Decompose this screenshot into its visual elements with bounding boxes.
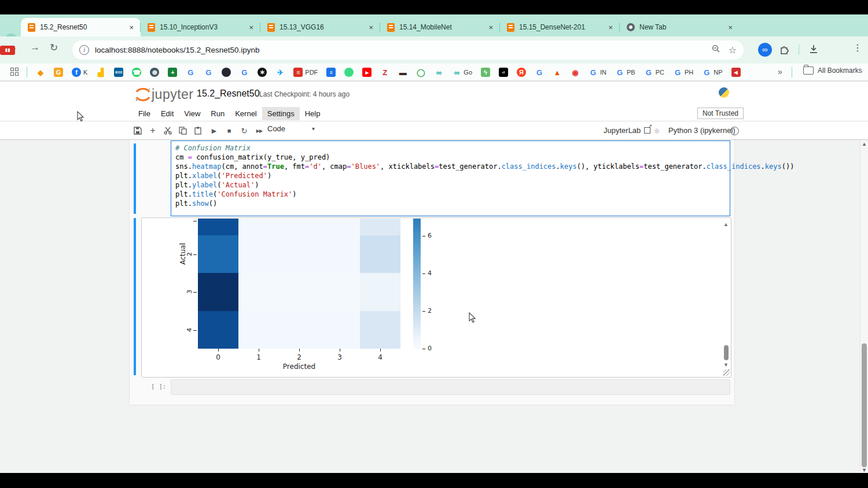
bookmark-item[interactable]: G xyxy=(204,68,213,77)
zoom-page-icon[interactable] xyxy=(712,45,720,56)
bookmark-item[interactable]: GNP xyxy=(702,68,722,77)
extensions-puzzle-icon[interactable] xyxy=(779,43,790,57)
save-button[interactable] xyxy=(132,125,144,136)
tab-close-icon[interactable]: × xyxy=(726,23,735,32)
tab-close-icon[interactable]: × xyxy=(127,23,136,32)
menu-help[interactable]: Help xyxy=(300,107,326,120)
interrupt-kernel-button[interactable]: ■ xyxy=(223,125,235,136)
paste-cells-button[interactable] xyxy=(192,125,204,136)
cell-collapser-output[interactable] xyxy=(134,218,136,375)
bookmark-item[interactable]: Я xyxy=(517,68,526,77)
bookmark-item[interactable] xyxy=(222,68,231,77)
bookmark-item[interactable]: GIN xyxy=(589,68,606,77)
downloads-icon[interactable] xyxy=(808,43,819,57)
bookmark-item[interactable]: ≡PDF xyxy=(293,68,318,77)
tab-close-icon[interactable]: × xyxy=(247,23,256,32)
menu-file[interactable]: File xyxy=(133,107,156,120)
bookmark-item[interactable]: G xyxy=(240,68,249,77)
bookmark-item[interactable]: ▟ xyxy=(96,68,105,77)
browser-tab[interactable]: 15.14_MobileNet× xyxy=(380,18,500,36)
bookmark-item[interactable]: ✶ xyxy=(258,68,267,77)
all-bookmarks-button[interactable]: All Bookmarks xyxy=(803,66,862,75)
empty-code-cell[interactable] xyxy=(171,379,730,395)
bookmark-item[interactable] xyxy=(344,68,354,77)
tab-close-icon[interactable]: × xyxy=(366,23,376,32)
browser-tab[interactable]: 15.2_Resnet50× xyxy=(21,18,141,36)
restart-kernel-button[interactable]: ↻ xyxy=(238,125,250,136)
bookmark-item[interactable]: ✈ xyxy=(275,68,285,77)
code-cell[interactable]: # Confusion Matrixcm = confusion_matrix(… xyxy=(171,141,730,216)
extension-blue-icon[interactable]: ∞ xyxy=(758,43,772,57)
not-trusted-button[interactable]: Not Trusted xyxy=(697,108,744,119)
bookmark-item[interactable]: IEEE xyxy=(114,68,123,77)
cell-collapser-input[interactable] xyxy=(134,143,136,214)
bookmark-item[interactable]: [] xyxy=(326,68,336,77)
bookmark-item[interactable]: ▬ xyxy=(398,68,407,77)
kebab-menu-icon[interactable]: ⋮ xyxy=(853,42,862,53)
bookmark-item[interactable]: GPB xyxy=(615,68,635,77)
run-cell-button[interactable]: ▶ xyxy=(208,125,220,136)
browser-tab[interactable]: 15.15_DenseNet-201× xyxy=(500,18,620,36)
address-bar[interactable]: i localhost:8888/notebooks/15.2_Resnet50… xyxy=(72,40,744,60)
menu-settings[interactable]: Settings xyxy=(262,107,300,120)
site-info-icon[interactable]: i xyxy=(79,45,89,55)
bookmark-item[interactable]: ☎ xyxy=(132,68,141,77)
bookmark-item[interactable]: ∞Go xyxy=(452,68,472,77)
output-scroll-up-icon[interactable]: ▲ xyxy=(723,221,729,227)
debugger-icon[interactable]: ✻ xyxy=(654,127,660,135)
bookmark-item[interactable]: fK xyxy=(72,68,87,77)
tab-close-icon[interactable]: × xyxy=(486,23,495,32)
copy-cells-button[interactable] xyxy=(177,125,189,136)
bookmark-item[interactable]: ◆ xyxy=(36,68,45,77)
bookmark-item[interactable]: Z xyxy=(380,68,389,77)
bookmark-item[interactable]: cl xyxy=(499,68,508,77)
scroll-down-icon[interactable]: ▼ xyxy=(862,467,867,473)
restart-run-all-button[interactable]: ▶▶ xyxy=(253,125,265,136)
bookmark-item[interactable]: GPC xyxy=(644,68,664,77)
menu-view[interactable]: View xyxy=(179,107,205,120)
bookmark-item[interactable]: G xyxy=(186,68,195,77)
output-resize-handle[interactable] xyxy=(723,369,730,376)
bookmarks-bar: ◆GfK▟IEEE☎⊕+GGG✶✈≡PDF[]▸Z▬◯∞∞GoϟclЯG▲◉GI… xyxy=(0,64,868,81)
forward-icon[interactable]: → xyxy=(30,42,40,53)
bookmark-item[interactable]: G xyxy=(54,68,63,77)
bookmark-star-icon[interactable]: ☆ xyxy=(729,45,737,56)
jupyterlab-link[interactable]: JupyterLab xyxy=(604,126,650,135)
extension-red-icon[interactable]: ▮▮ xyxy=(0,46,15,55)
x-tick-label: 3 xyxy=(334,353,345,361)
bookmarks-overflow-icon[interactable]: » xyxy=(778,67,782,76)
bookmark-item[interactable]: ▸ xyxy=(362,68,372,77)
bookmark-item[interactable]: ϟ xyxy=(481,68,490,77)
bookmark-item[interactable]: ◉ xyxy=(571,68,580,77)
scroll-up-icon[interactable]: ▲ xyxy=(862,141,867,147)
page-scrollbar-thumb[interactable] xyxy=(862,343,867,467)
bookmark-item[interactable]: GPH xyxy=(673,68,693,77)
menu-kernel[interactable]: Kernel xyxy=(230,107,262,120)
bookmark-item[interactable]: G xyxy=(535,68,544,77)
bookmark-item[interactable]: ∞ xyxy=(434,68,443,77)
jupyter-logo[interactable]: jupyter xyxy=(134,87,194,102)
notebook-title[interactable]: 15.2_Resnet50 xyxy=(197,88,260,99)
cell-type-dropdown[interactable]: Code ▾ xyxy=(267,124,315,133)
kernel-name[interactable]: Python 3 (ipykernel) xyxy=(668,126,735,135)
cut-cells-button[interactable] xyxy=(162,125,174,136)
output-scrollbar-thumb[interactable] xyxy=(724,345,729,360)
menu-run[interactable]: Run xyxy=(205,107,230,120)
apps-grid-icon[interactable] xyxy=(10,68,19,76)
url-text[interactable]: localhost:8888/notebooks/15.2_Resnet50.i… xyxy=(95,46,704,54)
bookmark-item[interactable]: + xyxy=(168,68,177,77)
bookmark-item[interactable]: ◄ xyxy=(731,68,741,77)
page-scrollbar[interactable]: ▲ ▼ xyxy=(860,140,868,474)
reload-icon[interactable]: ↻ xyxy=(50,42,58,54)
browser-tab[interactable]: New Tab× xyxy=(620,18,740,36)
browser-tab[interactable]: 15.13_VGG16× xyxy=(260,18,380,36)
bookmark-item[interactable]: ▲ xyxy=(553,68,562,77)
bookmark-item[interactable]: ◯ xyxy=(416,68,425,77)
bookmark-item[interactable]: ⊕ xyxy=(150,68,159,77)
menu-edit[interactable]: Edit xyxy=(156,107,179,120)
browser-tab[interactable]: 15.10_InceptionV3× xyxy=(141,18,260,36)
tab-close-icon[interactable]: × xyxy=(606,23,615,32)
output-scroll-down-icon[interactable]: ▼ xyxy=(723,362,729,368)
insert-cell-button[interactable]: + xyxy=(147,125,159,136)
code-editor[interactable]: # Confusion Matrixcm = confusion_matrix(… xyxy=(175,143,794,208)
